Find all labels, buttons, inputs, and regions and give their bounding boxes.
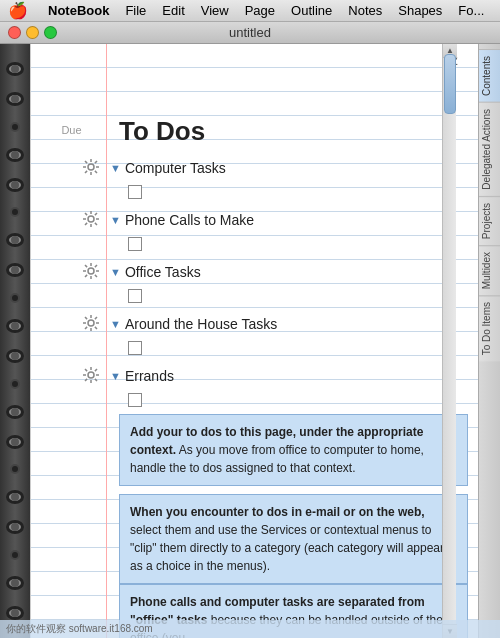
checkbox-row: [110, 388, 478, 412]
checkbox-row: [110, 284, 478, 308]
info-box-2: When you encounter to dos in e-mail or o…: [119, 494, 468, 584]
expand-icon[interactable]: ▼: [110, 260, 121, 284]
svg-point-18: [88, 268, 94, 274]
info-text-2: select them and use the Services or cont…: [130, 523, 444, 573]
svg-line-6: [95, 171, 97, 173]
dot: [10, 122, 20, 132]
dot: [10, 207, 20, 217]
watermark: 你的软件观察 software.it168.com: [0, 620, 500, 638]
svg-line-26: [85, 275, 87, 277]
task-content: ▼ Phone Calls to Make: [106, 208, 478, 256]
ring: [6, 435, 24, 449]
settings-icon: [82, 262, 100, 280]
task-header: ▼ Errands: [110, 364, 478, 388]
ring: [6, 62, 24, 76]
tab-delegated[interactable]: Delegated Actions: [479, 102, 500, 196]
zoom-button[interactable]: [44, 26, 57, 39]
task-header: ▼ Office Tasks: [110, 260, 478, 284]
settings-icon: [82, 366, 100, 384]
menu-file[interactable]: File: [117, 0, 154, 22]
tab-multidex[interactable]: Multidex: [479, 245, 500, 295]
task-row: ▼ Office Tasks: [31, 258, 478, 310]
tab-projects[interactable]: Projects: [479, 196, 500, 245]
menu-notebook[interactable]: NoteBook: [40, 0, 117, 22]
expand-icon[interactable]: ▼: [110, 364, 121, 388]
menu-more[interactable]: Fo...: [450, 0, 492, 22]
main-area: 2 Due To Dos: [0, 44, 500, 638]
apple-menu[interactable]: 🍎: [8, 1, 28, 20]
menu-notes[interactable]: Notes: [340, 0, 390, 22]
task-row: ▼ Errands: [31, 362, 478, 414]
task-checkbox[interactable]: [128, 237, 142, 251]
task-checkbox[interactable]: [128, 341, 142, 355]
task-content: ▼ Computer Tasks: [106, 156, 478, 204]
margin-line: [106, 44, 107, 638]
ring: [6, 490, 24, 504]
due-label: Due: [39, 124, 104, 136]
svg-line-35: [85, 327, 87, 329]
ring: [6, 263, 24, 277]
task-checkbox[interactable]: [128, 289, 142, 303]
expand-icon[interactable]: ▼: [110, 156, 121, 180]
scrollbar-thumb[interactable]: [444, 54, 456, 114]
task-label: Office Tasks: [125, 260, 201, 284]
svg-line-44: [85, 379, 87, 381]
task-row: ▼ Computer Tasks: [31, 154, 478, 206]
menu-edit[interactable]: Edit: [154, 0, 192, 22]
expand-icon[interactable]: ▼: [110, 312, 121, 336]
svg-point-9: [88, 216, 94, 222]
info-box-1: Add your to dos to this page, under the …: [119, 414, 468, 486]
task-content: ▼ Errands: [106, 364, 478, 412]
task-label: Errands: [125, 364, 174, 388]
svg-line-42: [95, 379, 97, 381]
svg-line-17: [85, 223, 87, 225]
svg-line-32: [85, 317, 87, 319]
svg-line-14: [85, 213, 87, 215]
minimize-button[interactable]: [26, 26, 39, 39]
tab-contents[interactable]: Contents: [479, 49, 500, 102]
ring: [6, 576, 24, 590]
task-content: ▼ Office Tasks: [106, 260, 478, 308]
task-icon-col: [31, 364, 106, 384]
task-icon-col: [31, 156, 106, 176]
svg-line-25: [95, 265, 97, 267]
menu-bar: 🍎 NoteBook File Edit View Page Outline N…: [0, 0, 500, 22]
ring: [6, 606, 24, 620]
checkbox-row: [110, 180, 478, 204]
task-checkbox[interactable]: [128, 185, 142, 199]
title-bar: untitled: [0, 22, 500, 44]
dot: [10, 464, 20, 474]
traffic-lights: [8, 26, 57, 39]
task-icon-col: [31, 312, 106, 332]
ring: [6, 148, 24, 162]
menu-view[interactable]: View: [193, 0, 237, 22]
expand-icon[interactable]: ▼: [110, 208, 121, 232]
menu-page[interactable]: Page: [237, 0, 283, 22]
task-header: ▼ Phone Calls to Make: [110, 208, 478, 232]
svg-line-23: [85, 265, 87, 267]
page-title: To Dos: [119, 116, 205, 147]
spiral-binding: [0, 44, 30, 638]
task-row: ▼ Phone Calls to Make: [31, 206, 478, 258]
scrollbar-track: ▲ ▼: [443, 44, 456, 638]
task-label: Around the House Tasks: [125, 312, 277, 336]
right-tabs: Contents Delegated Actions Projects Mult…: [478, 44, 500, 638]
svg-line-15: [95, 223, 97, 225]
svg-line-33: [95, 327, 97, 329]
svg-line-43: [95, 369, 97, 371]
svg-line-34: [95, 317, 97, 319]
task-checkbox[interactable]: [128, 393, 142, 407]
task-label: Computer Tasks: [125, 156, 226, 180]
ring: [6, 520, 24, 534]
menu-shapes[interactable]: Shapes: [390, 0, 450, 22]
close-button[interactable]: [8, 26, 21, 39]
ring: [6, 319, 24, 333]
checkbox-row: [110, 232, 478, 256]
task-header: ▼ Computer Tasks: [110, 156, 478, 180]
settings-icon: [82, 210, 100, 228]
scrollbar[interactable]: ▲ ▼: [442, 44, 456, 638]
menu-outline[interactable]: Outline: [283, 0, 340, 22]
task-label: Phone Calls to Make: [125, 208, 254, 232]
svg-line-24: [95, 275, 97, 277]
tab-todo[interactable]: To Do Items: [479, 295, 500, 361]
